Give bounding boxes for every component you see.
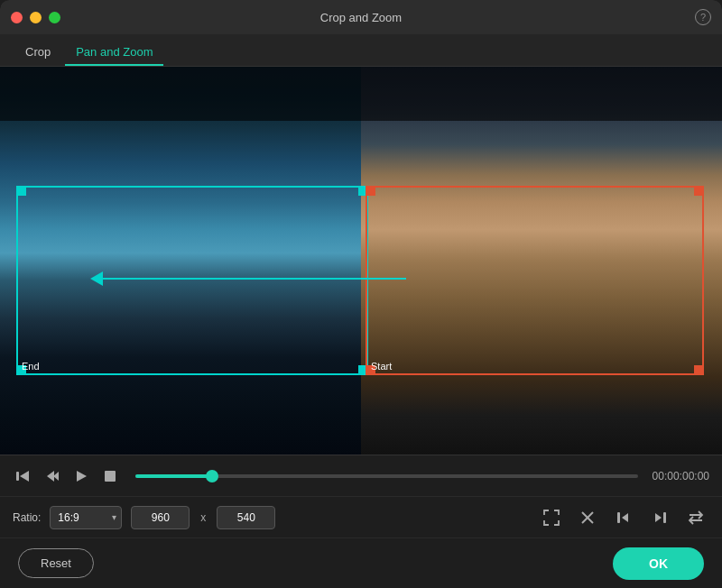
stop-button[interactable] [99, 465, 121, 487]
title-bar: Crop and Zoom ? [0, 0, 722, 34]
fit-icon-button[interactable] [538, 504, 565, 531]
start-frame-box[interactable]: Start [366, 186, 704, 375]
minimize-button[interactable] [30, 12, 42, 23]
arrow-line [103, 278, 406, 280]
tab-crop[interactable]: Crop [14, 40, 61, 66]
svg-rect-5 [105, 471, 116, 482]
corner-tr-red[interactable] [694, 187, 703, 196]
svg-marker-11 [655, 513, 662, 522]
ratio-select[interactable]: 16:9 4:3 1:1 9:16 [50, 506, 122, 529]
swap-icon-button[interactable] [682, 504, 709, 531]
ok-button[interactable]: OK [613, 547, 704, 580]
svg-rect-8 [617, 512, 620, 523]
svg-marker-1 [20, 471, 29, 482]
trim-start-icon-button[interactable] [610, 504, 637, 531]
corner-tl-red[interactable] [366, 187, 375, 196]
svg-rect-0 [16, 472, 19, 481]
height-input[interactable] [217, 506, 275, 529]
options-bar: Ratio: 16:9 4:3 1:1 9:16 ▾ x [0, 496, 722, 537]
arrow-head [90, 271, 103, 286]
start-label: Start [371, 361, 392, 372]
end-label: End [22, 361, 40, 372]
trim-end-icon-button[interactable] [646, 504, 673, 531]
rewind-button[interactable] [13, 465, 34, 487]
step-back-button[interactable] [42, 465, 63, 487]
window-title: Crop and Zoom [320, 11, 402, 24]
close-button[interactable] [11, 12, 23, 23]
timecode-display: 00:00:00:00 [653, 470, 709, 482]
svg-marker-4 [77, 471, 87, 482]
action-bar: Reset OK [0, 537, 722, 588]
corner-tl-cyan[interactable] [17, 187, 26, 196]
corner-br-red[interactable] [694, 365, 703, 374]
tab-bar: Crop Pan and Zoom [0, 34, 722, 67]
svg-marker-9 [622, 513, 628, 522]
svg-rect-10 [663, 512, 666, 523]
help-button[interactable]: ? [695, 9, 711, 25]
maximize-button[interactable] [49, 12, 60, 23]
progress-fill [135, 474, 210, 478]
progress-bar[interactable] [135, 474, 638, 478]
pan-arrow [90, 270, 406, 288]
video-preview: End Start [0, 67, 722, 455]
playback-controls: 00:00:00:00 [0, 455, 722, 496]
tab-pan-zoom[interactable]: Pan and Zoom [65, 40, 163, 66]
progress-thumb[interactable] [206, 470, 218, 482]
ratio-label: Ratio: [13, 511, 41, 524]
traffic-lights [11, 12, 60, 23]
dimension-separator: x [200, 511, 206, 524]
reset-button[interactable]: Reset [18, 548, 94, 578]
svg-marker-2 [47, 471, 54, 482]
ratio-select-wrap[interactable]: 16:9 4:3 1:1 9:16 ▾ [50, 506, 122, 529]
video-top-overlay [0, 67, 722, 121]
width-input[interactable] [131, 506, 190, 529]
close-icon-button[interactable] [574, 504, 601, 531]
play-button[interactable] [70, 465, 92, 487]
